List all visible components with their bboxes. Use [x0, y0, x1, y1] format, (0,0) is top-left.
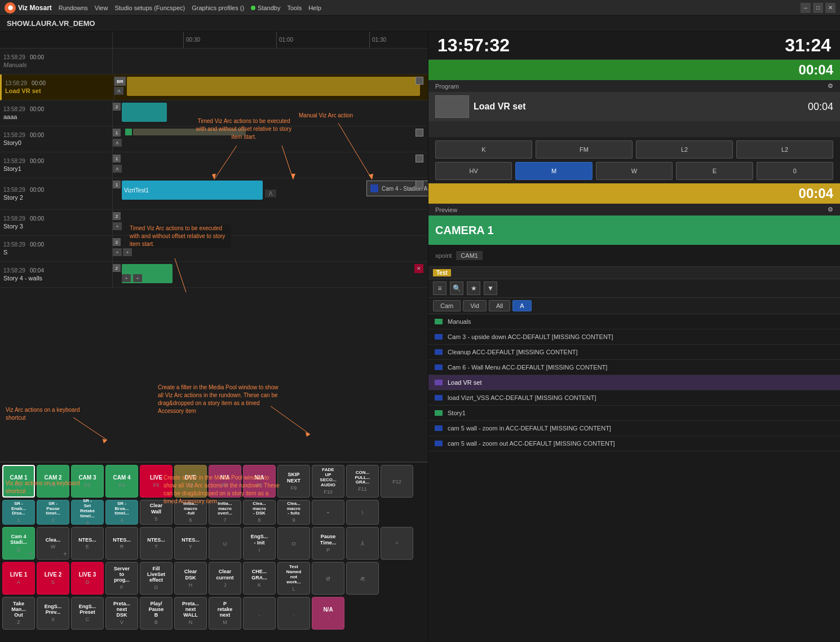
key-f-fn: F [120, 584, 123, 590]
key-caret[interactable]: ^ [381, 527, 413, 560]
table-row: 13:58:29 00:00 Story 2 1 VizrtTest1 Λ [0, 178, 428, 210]
key-f7-na[interactable]: N/A F7 [209, 465, 241, 498]
list-item[interactable]: load Vizrt_VSS ACC-DEFAULT [MISSING CONT… [428, 390, 840, 406]
key-f11-con[interactable]: CON...FULL...GRA... F11 [346, 465, 379, 498]
row-duration: 00:00 [30, 54, 44, 60]
tab-cam[interactable]: Cam [433, 300, 461, 311]
key-y-ntes[interactable]: NTES... Y [174, 527, 207, 560]
list-item[interactable]: cam 5 wall - zoom out ACC-DEFAULT [MISSI… [428, 436, 840, 451]
key-h-clear-dsk[interactable]: ClearDSK H [174, 562, 207, 595]
key-f5-live[interactable]: LIVE F5 [140, 465, 173, 498]
key-4-sr-broad[interactable]: SR -Broa...timel... 4 [105, 500, 138, 525]
btn-l2a[interactable]: L2 [636, 140, 733, 159]
key-f3-cam3[interactable]: CAM 3 F3 [71, 465, 104, 498]
maximize-button[interactable]: □ [813, 3, 823, 13]
key-f2-cam2[interactable]: CAM 2 F2 [37, 465, 69, 498]
program-settings-icon[interactable]: ⚙ [828, 82, 833, 90]
list-item[interactable]: Manuals [428, 314, 840, 329]
key-3-sr-retake[interactable]: SR -SetRetaketimel... 3 [71, 500, 104, 525]
key-r-ntes[interactable]: NTES... R [105, 527, 138, 560]
item-icon-green [434, 317, 443, 326]
key-a-live1[interactable]: LIVE 1 A [2, 562, 35, 595]
list-item[interactable]: Cleanup ACC-DEFAULT [MISSING CONTENT] [428, 345, 840, 360]
key-d-live3[interactable]: LIVE 3 D [71, 562, 104, 595]
minimize-button[interactable]: – [801, 3, 811, 13]
list-item[interactable]: Story1 [428, 406, 840, 421]
pool-search-button[interactable]: 🔍 [450, 282, 463, 295]
pool-filter-button[interactable]: ▼ [484, 282, 497, 295]
key-n-pretake-wall[interactable]: Preta...nextWALL N [174, 597, 207, 630]
list-item[interactable]: Cam 6 - Wall Menu ACC-DEFAULT [MISSING C… [428, 360, 840, 375]
key-p-pause[interactable]: PauseTime... P [312, 527, 344, 560]
key-u[interactable]: U [209, 527, 241, 560]
key-n-label: Preta...nextWALL [182, 601, 199, 618]
btn-w[interactable]: W [596, 162, 673, 180]
key-f6-dve[interactable]: DVE F6 [174, 465, 207, 498]
menu-rundowns[interactable]: Rundowns [59, 5, 88, 11]
btn-l2b[interactable]: L2 [736, 140, 833, 159]
pool-list-button[interactable]: ≡ [433, 282, 446, 295]
key-plus[interactable]: + [312, 500, 344, 525]
key-6-initia[interactable]: Initia...macro-full 6 [174, 500, 207, 525]
key-s-live2[interactable]: LIVE 2 S [37, 562, 69, 595]
key-oslash[interactable]: Ø [312, 562, 344, 595]
list-item[interactable]: cam 5 wall - zoom in ACC-DEFAULT [MISSIN… [428, 421, 840, 436]
key-9-clea-fulls[interactable]: Clea...macro- fulls 9 [277, 500, 310, 525]
menu-studio[interactable]: Studio setups (Funcspec) [114, 5, 185, 11]
menu-view[interactable]: View [95, 5, 108, 11]
key-k-che-gra[interactable]: CHE...GRA... K [243, 562, 276, 595]
tab-vid[interactable]: Vid [463, 300, 487, 311]
key-w-clea[interactable]: Clea... W + [37, 527, 69, 560]
key-z-take-man[interactable]: TakeMan...Out Z [2, 597, 35, 630]
key-e-ntes[interactable]: NTES... E [71, 527, 104, 560]
btn-m[interactable]: M [515, 162, 592, 180]
menu-graphics[interactable]: Graphics profiles () [192, 5, 244, 11]
key-t-ntes[interactable]: NTES... T [140, 527, 173, 560]
key-b-play-pause[interactable]: Play/PauseB B [140, 597, 173, 630]
key-x-engs-prev[interactable]: EngS...Prev... X [37, 597, 69, 630]
key-f1-cam1[interactable]: CAM 1 F1 [2, 465, 35, 498]
key-f8-na[interactable]: N/A F8 [243, 465, 276, 498]
key-5-clear-wall[interactable]: ClearWall 5 [140, 500, 173, 525]
key-g-fill[interactable]: FillLiveSeteffect G [140, 562, 173, 595]
preview-settings-icon[interactable]: ⚙ [828, 206, 833, 213]
key-comma[interactable]: , [243, 597, 276, 630]
key-2-sr-pause[interactable]: SR -Pausetimel... 2 [37, 500, 69, 525]
key-f9-skip[interactable]: SKIPNEXT F9 [277, 465, 310, 498]
key-backslash[interactable]: \ [346, 500, 379, 525]
tab-all[interactable]: All [489, 300, 510, 311]
btn-hv[interactable]: HV [435, 162, 512, 180]
btn-k[interactable]: K [435, 140, 532, 159]
key-i-engs[interactable]: EngS...- Init I [243, 527, 276, 560]
key-f12[interactable]: F12 [381, 465, 413, 498]
row-duration: 00:00 [32, 80, 46, 86]
key-aa[interactable]: Å [346, 527, 379, 560]
close-button[interactable]: ✕ [825, 3, 835, 13]
key-f4-cam4[interactable]: CAM 4 F4 [105, 465, 138, 498]
btn-fm[interactable]: FM [536, 140, 633, 159]
key-7-initia-over[interactable]: Initia...macrooverl... 7 [209, 500, 241, 525]
tab-a[interactable]: A [512, 300, 531, 311]
key-8-clea-dsk[interactable]: Clea...macro- DSK 8 [243, 500, 276, 525]
key-l-test[interactable]: TestNamednotwork... L [277, 562, 310, 595]
key-c-engs-preset[interactable]: EngS...Preset C [71, 597, 104, 630]
key-j-clear-current[interactable]: Clearcurrent J [209, 562, 241, 595]
btn-e[interactable]: E [676, 162, 753, 180]
key-dash-na[interactable]: N/A - [312, 597, 344, 630]
btn-zero[interactable]: 0 [757, 162, 833, 180]
key-f-server[interactable]: Servertoprog... F [105, 562, 138, 595]
menu-tools[interactable]: Tools [287, 5, 302, 11]
key-m-pretake-next[interactable]: Pretakenext M [209, 597, 241, 630]
key-f10-fade[interactable]: FADEUPSECO...AUDIO F10 [312, 465, 344, 498]
key-o[interactable]: O [277, 527, 310, 560]
key-period[interactable]: . [277, 597, 310, 630]
list-item[interactable]: Cam 3 - upside down ACC-DEFAULT [MISSING… [428, 329, 840, 345]
list-item[interactable]: Load VR set [428, 375, 840, 390]
menu-help[interactable]: Help [308, 5, 321, 11]
pool-star-button[interactable]: ★ [467, 282, 480, 295]
key-v-pretake-dsk[interactable]: Preta...nextDSK V [105, 597, 138, 630]
key-ae[interactable]: Æ [346, 562, 379, 595]
key-1-sr-enable[interactable]: SR -Enab...Disa... 1 [2, 500, 35, 525]
key-q-cam4[interactable]: Cam 4Stadi... Q + [2, 527, 35, 560]
key-f6-fn: F6 [188, 482, 194, 488]
